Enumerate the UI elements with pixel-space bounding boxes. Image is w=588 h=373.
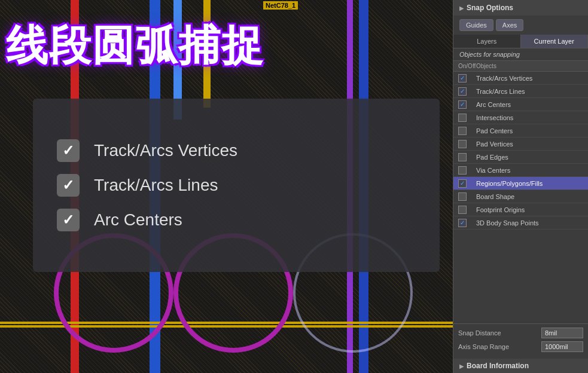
snap-row-track-arcs-vertices[interactable]: ✓ Track/Arcs Vertices	[453, 72, 588, 85]
checkbox-9[interactable]	[458, 192, 467, 201]
snap-distance-label: Snap Distance	[458, 329, 539, 337]
check-cell-3	[458, 114, 476, 122]
checkbox-0[interactable]: ✓	[458, 74, 467, 82]
overlay-label-1: Track/Arcs Vertices	[94, 141, 237, 160]
snap-distance-input[interactable]	[541, 328, 583, 338]
pcb-canvas: NetC78_1 线段圆弧捕捉 ✓ Track/Arcs Vertices ✓ …	[0, 0, 453, 373]
overlay-check-3[interactable]: ✓	[57, 209, 80, 231]
board-info-title: Board Information	[467, 362, 529, 370]
overlay-item-3: ✓ Arc Centers	[57, 209, 182, 231]
snap-label-7: Via Centers	[476, 167, 583, 174]
guides-button[interactable]: Guides	[459, 19, 493, 31]
check-cell-0: ✓	[458, 74, 476, 82]
snap-options-triangle: ▶	[459, 5, 464, 11]
snap-options-header: ▶ Snap Options	[453, 0, 588, 16]
snap-label-9: Board Shape	[476, 193, 583, 200]
overlay-panel: ✓ Track/Arcs Vertices ✓ Track/Arcs Lines…	[33, 99, 440, 272]
snap-label-8: Regions/Polygons/Fills	[476, 180, 583, 187]
tab-current-layer[interactable]: Current Layer	[521, 35, 589, 48]
axis-snap-input[interactable]	[541, 341, 583, 352]
layer-tabs: Layers Current Layer	[453, 35, 588, 48]
snap-row-arc-centers[interactable]: ✓ Arc Centers	[453, 98, 588, 111]
snap-row-intersections[interactable]: Intersections	[453, 111, 588, 124]
overlay-item-1: ✓ Track/Arcs Vertices	[57, 139, 237, 162]
snap-row-pad-centers[interactable]: Pad Centers	[453, 124, 588, 137]
board-info-triangle: ▶	[459, 363, 464, 369]
chinese-title: 线段圆弧捕捉	[6, 18, 264, 74]
snap-row-board-shape[interactable]: Board Shape	[453, 190, 588, 203]
col-header-onoff: On/Off	[458, 63, 476, 69]
snap-label-11: 3D Body Snap Points	[476, 219, 583, 227]
snap-label-10: Footprint Origins	[476, 206, 583, 213]
checkbox-7[interactable]	[458, 166, 467, 175]
snap-label-1: Track/Arcs Lines	[476, 88, 583, 95]
snap-bottom: Snap Distance Axis Snap Range	[453, 323, 588, 359]
checkbox-3[interactable]	[458, 114, 467, 122]
snap-label-5: Pad Vertices	[476, 140, 583, 148]
snap-options-title: Snap Options	[467, 4, 513, 12]
obj-snapping-header: Objects for snapping	[453, 48, 588, 61]
check-cell-9	[458, 192, 476, 201]
snap-row-track-arcs-lines[interactable]: ✓ Track/Arcs Lines	[453, 85, 588, 98]
snap-label-0: Track/Arcs Vertices	[476, 75, 583, 82]
axes-button[interactable]: Axes	[496, 19, 523, 31]
snap-distance-row: Snap Distance	[458, 328, 583, 338]
overlay-label-3: Arc Centers	[94, 210, 182, 230]
snap-row-pad-edges[interactable]: Pad Edges	[453, 151, 588, 164]
checkbox-5[interactable]	[458, 140, 467, 148]
snap-buttons-row: Guides Axes	[453, 16, 588, 35]
snap-row-pad-vertices[interactable]: Pad Vertices	[453, 137, 588, 151]
check-cell-11: ✓	[458, 219, 476, 227]
check-cell-10	[458, 206, 476, 214]
check-cell-7	[458, 166, 476, 175]
net-label: NetC78_1	[263, 1, 298, 10]
overlay-check-1[interactable]: ✓	[57, 139, 80, 162]
snap-label-4: Pad Centers	[476, 127, 583, 134]
snap-row-regions[interactable]: ✓ Regions/Polygons/Fills	[453, 177, 588, 190]
check-cell-6	[458, 153, 476, 161]
col-header-objects: Objects	[476, 63, 583, 69]
check-cell-1: ✓	[458, 87, 476, 96]
check-cell-8: ✓	[458, 179, 476, 188]
snap-table-header: On/Off Objects	[453, 61, 588, 72]
axis-snap-label: Axis Snap Range	[458, 343, 539, 350]
check-cell-5	[458, 140, 476, 148]
checkbox-6[interactable]	[458, 153, 467, 161]
checkbox-10[interactable]	[458, 206, 467, 214]
snap-label-3: Intersections	[476, 114, 583, 121]
check-cell-2: ✓	[458, 100, 476, 109]
snap-rows-container: ✓ Track/Arcs Vertices ✓ Track/Arcs Lines…	[453, 72, 588, 323]
overlay-label-2: Track/Arcs Lines	[94, 176, 218, 195]
check-cell-4	[458, 127, 476, 135]
checkbox-4[interactable]	[458, 127, 467, 135]
axis-snap-row: Axis Snap Range	[458, 341, 583, 352]
checkbox-8[interactable]: ✓	[458, 179, 467, 188]
board-info-header[interactable]: ▶ Board Information	[453, 359, 588, 373]
checkbox-1[interactable]: ✓	[458, 87, 467, 96]
right-panel: ▶ Snap Options Guides Axes Layers Curren…	[453, 0, 588, 373]
overlay-item-2: ✓ Track/Arcs Lines	[57, 174, 218, 197]
snap-label-6: Pad Edges	[476, 154, 583, 161]
overlay-check-2[interactable]: ✓	[57, 174, 80, 197]
checkbox-2[interactable]: ✓	[458, 100, 467, 109]
tab-layers[interactable]: Layers	[453, 35, 521, 48]
snap-label-2: Arc Centers	[476, 101, 583, 108]
checkbox-11[interactable]: ✓	[458, 219, 467, 227]
snap-row-3d-body[interactable]: ✓ 3D Body Snap Points	[453, 216, 588, 230]
snap-row-via-centers[interactable]: Via Centers	[453, 164, 588, 177]
snap-row-footprint-origins[interactable]: Footprint Origins	[453, 203, 588, 216]
